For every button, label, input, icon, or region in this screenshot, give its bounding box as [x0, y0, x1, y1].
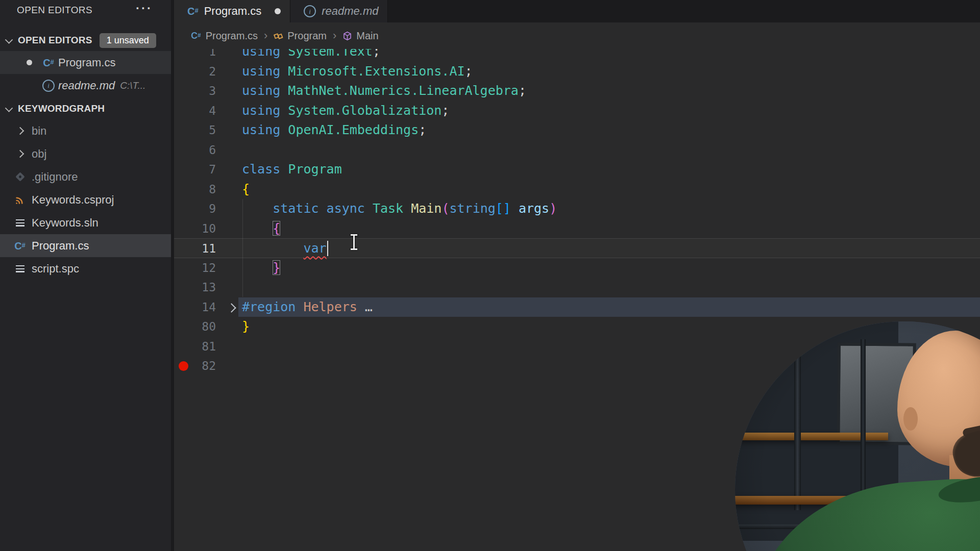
line-number[interactable]: 81	[174, 337, 216, 357]
code-text[interactable]: using MathNet.Numerics.LinearAlgebra;	[242, 81, 526, 101]
breadcrumb-item-program[interactable]: Program	[274, 30, 327, 42]
tree-folder-item[interactable]: obj	[0, 142, 171, 165]
breadcrumb-label: Program.cs	[206, 30, 258, 42]
tree-item-label: .gitignore	[32, 170, 78, 184]
chevron-down-icon	[5, 36, 13, 44]
code-text[interactable]: {	[242, 180, 250, 199]
text-lines-icon	[16, 265, 24, 272]
text-caret	[327, 241, 329, 256]
info-icon: i	[304, 5, 316, 17]
line-number[interactable]: 5	[174, 120, 216, 140]
project-icon	[15, 195, 25, 205]
file-label: Program.cs	[58, 56, 115, 69]
breadcrumb-label: Main	[356, 30, 378, 42]
code-line-13[interactable]: 13	[174, 278, 980, 297]
tree-item-label: bin	[32, 124, 46, 138]
line-number[interactable]: 14	[174, 297, 216, 317]
line-number[interactable]: 80	[174, 317, 216, 337]
open-editor-item[interactable]: ireadme.mdC:\T...	[0, 74, 171, 97]
open-editors-header-label: OPEN EDITORS	[18, 35, 92, 46]
chevron-down-icon	[5, 104, 13, 112]
line-number[interactable]: 4	[174, 101, 216, 121]
sidebar-pane-title: OPEN EDITORS ···	[0, 0, 171, 20]
line-number[interactable]: 3	[174, 81, 216, 101]
code-text[interactable]: using System.Globalization;	[242, 101, 449, 121]
code-text[interactable]: }	[242, 317, 250, 337]
tree-file-item[interactable]: script.spc	[0, 257, 171, 280]
info-icon: i	[42, 80, 55, 92]
line-number[interactable]: 12	[174, 258, 216, 278]
open-editor-item[interactable]: C#Program.cs	[0, 51, 171, 74]
tree-file-item[interactable]: .gitignore	[0, 165, 171, 188]
code-text[interactable]: #region Helpers …	[242, 297, 373, 317]
git-icon	[15, 172, 24, 181]
code-text[interactable]: class Program	[242, 160, 342, 180]
open-editors-section-header[interactable]: OPEN EDITORS 1 unsaved	[0, 31, 171, 49]
breadcrumb-label: Program	[287, 30, 327, 42]
tab-readme-md[interactable]: ireadme.md	[290, 0, 388, 22]
code-line-4[interactable]: 4using System.Globalization;	[174, 101, 980, 121]
code-line-3[interactable]: 3using MathNet.Numerics.LinearAlgebra;	[174, 81, 980, 101]
code-line-10[interactable]: 10 {	[174, 219, 980, 239]
mouse-ibeam-cursor	[353, 235, 355, 249]
tree-item-label: obj	[32, 147, 46, 161]
csharp-icon: C#	[191, 31, 201, 40]
code-text[interactable]: static async Task Main(string[] args)	[242, 199, 557, 219]
tree-item-label: Keywords.sln	[32, 216, 99, 230]
csharp-icon: C#	[187, 6, 199, 16]
csharp-icon: C#	[14, 241, 26, 251]
breadcrumb-item-main[interactable]: Main	[342, 30, 378, 42]
tab-label: readme.md	[322, 5, 378, 18]
line-number[interactable]: 7	[174, 160, 216, 180]
line-number[interactable]: 2	[174, 62, 216, 82]
code-text[interactable]: using OpenAI.Embeddings;	[242, 120, 426, 140]
file-path-detail: C:\T...	[120, 80, 145, 91]
code-text[interactable]: }	[242, 258, 280, 278]
tree-file-item[interactable]: Keywords.sln	[0, 211, 171, 234]
breadcrumb-separator: ›	[333, 29, 336, 42]
chevron-right-icon	[16, 150, 24, 158]
more-actions-icon[interactable]: ···	[136, 1, 153, 15]
tree-file-item[interactable]: C#Program.cs	[0, 234, 171, 257]
code-text[interactable]: using Microsoft.Extensions.AI;	[242, 62, 473, 82]
modified-dot-icon	[275, 8, 281, 14]
tree-file-item[interactable]: Keywords.csproj	[0, 188, 171, 211]
tree-item-label: Program.cs	[32, 239, 89, 253]
breadcrumb-item-program-cs[interactable]: C#Program.cs	[190, 30, 258, 42]
pane-title-label: OPEN EDITORS	[17, 5, 92, 16]
indent-guide	[242, 199, 243, 297]
line-number[interactable]: 11	[174, 239, 216, 259]
file-label: readme.md	[58, 79, 115, 92]
vscode-window: { "sidebar": { "pane_title": "OPEN EDITO…	[0, 0, 980, 551]
line-number[interactable]: 82	[174, 356, 216, 376]
line-number[interactable]: 8	[174, 180, 216, 199]
line-number[interactable]: 13	[174, 278, 216, 297]
line-number[interactable]: 10	[174, 219, 216, 239]
chevron-right-icon	[16, 127, 24, 135]
code-line-8[interactable]: 8{	[174, 180, 980, 199]
line-number[interactable]: 9	[174, 199, 216, 219]
unsaved-count-badge: 1 unsaved	[100, 33, 156, 48]
code-line-11[interactable]: 11 var	[174, 238, 980, 258]
tree-item-label: script.spc	[32, 262, 79, 276]
class-symbol-icon	[274, 31, 283, 41]
code-line-12[interactable]: 12 }	[174, 258, 980, 278]
method-symbol-icon	[342, 31, 352, 41]
code-line-5[interactable]: 5using OpenAI.Embeddings;	[174, 120, 980, 140]
tab-label: Program.cs	[204, 5, 261, 18]
code-line-6[interactable]: 6	[174, 140, 980, 160]
code-text[interactable]: var	[242, 239, 328, 259]
line-number[interactable]: 6	[174, 140, 216, 160]
tree-folder-item[interactable]: bin	[0, 119, 171, 142]
code-text[interactable]: {	[242, 219, 280, 239]
code-line-2[interactable]: 2using Microsoft.Extensions.AI;	[174, 62, 980, 82]
tab-program-cs[interactable]: C#Program.cs	[174, 0, 290, 22]
code-line-14[interactable]: 14#region Helpers …	[174, 297, 980, 317]
folder-section-header[interactable]: KEYWORDGRAPH	[0, 99, 171, 118]
breadcrumb: C#Program.cs›Program›Main	[174, 22, 980, 49]
modified-dot-icon	[27, 60, 32, 65]
tab-strip: C#Program.csireadme.md	[174, 0, 980, 22]
fold-chevron-icon[interactable]	[228, 304, 235, 313]
code-line-9[interactable]: 9 static async Task Main(string[] args)	[174, 199, 980, 219]
code-line-7[interactable]: 7class Program	[174, 160, 980, 180]
